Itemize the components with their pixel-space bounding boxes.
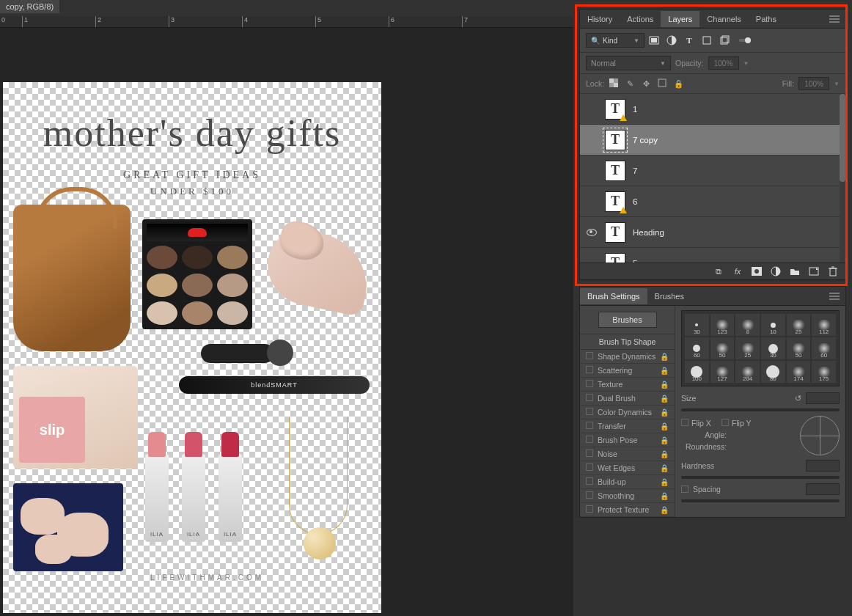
size-input[interactable] xyxy=(806,392,840,404)
layer-thumbnail[interactable]: T xyxy=(605,161,625,181)
layer-row[interactable]: T7 xyxy=(580,155,845,186)
lock-icon[interactable]: 🔒 xyxy=(660,422,669,430)
brush-preset[interactable]: 123 xyxy=(710,314,735,336)
brush-option-row[interactable]: Dual Brush🔒 xyxy=(580,392,675,406)
layer-name-label[interactable]: 6 xyxy=(633,197,637,206)
tab-brushes[interactable]: Brushes xyxy=(647,288,691,304)
scrollbar-thumb[interactable] xyxy=(840,94,845,182)
link-layers-icon[interactable]: ⧉ xyxy=(713,266,724,276)
canvas-viewport[interactable]: mother's day gifts GREAT GIFT IDEAS UNDE… xyxy=(0,28,573,616)
option-checkbox[interactable] xyxy=(586,366,593,373)
layer-fx-icon[interactable]: fx xyxy=(732,266,743,276)
lock-transparency-icon[interactable] xyxy=(609,78,619,89)
size-slider[interactable] xyxy=(681,408,840,411)
brush-preset[interactable]: 100 xyxy=(685,361,709,383)
brush-option-row[interactable]: Transfer🔒 xyxy=(580,419,675,433)
brush-preset[interactable]: 25 xyxy=(735,337,760,359)
layer-name-label[interactable]: Heading xyxy=(633,228,664,237)
lock-icon[interactable]: 🔒 xyxy=(660,381,669,389)
spacing-input[interactable] xyxy=(806,483,840,495)
opacity-input[interactable]: 100% xyxy=(708,56,739,70)
tab-actions[interactable]: Actions xyxy=(620,11,661,27)
lock-icon[interactable]: 🔒 xyxy=(660,367,669,375)
brush-preset[interactable]: 8 xyxy=(735,314,760,336)
lock-icon[interactable]: 🔒 xyxy=(660,353,669,361)
hardness-slider[interactable] xyxy=(681,476,840,479)
layer-thumbnail[interactable]: T xyxy=(605,99,625,120)
layer-thumbnail[interactable]: T xyxy=(605,191,625,212)
document-canvas[interactable]: mother's day gifts GREAT GIFT IDEAS UNDE… xyxy=(3,82,381,613)
option-checkbox[interactable] xyxy=(586,436,593,443)
brush-option-row[interactable]: Texture🔒 xyxy=(580,378,675,392)
option-checkbox[interactable] xyxy=(586,380,593,387)
tab-channels[interactable]: Channels xyxy=(699,11,748,27)
layer-visibility-toggle[interactable] xyxy=(586,134,598,146)
layer-name-label[interactable]: 1 xyxy=(633,105,637,114)
brush-option-row[interactable]: Color Dynamics🔒 xyxy=(580,406,675,419)
brush-tip-shape-header[interactable]: Brush Tip Shape xyxy=(580,334,675,350)
layer-filter-kind-dropdown[interactable]: 🔍 Kind ▼ xyxy=(586,33,644,48)
new-group-icon[interactable] xyxy=(790,266,800,276)
option-checkbox[interactable] xyxy=(586,463,593,471)
new-layer-icon[interactable] xyxy=(809,266,819,276)
lock-icon[interactable]: 🔒 xyxy=(660,395,669,403)
lock-pixels-icon[interactable]: ✎ xyxy=(625,79,635,88)
brush-preset[interactable]: 50 xyxy=(710,337,735,359)
chevron-down-icon[interactable]: ▼ xyxy=(743,60,749,67)
panel-menu-icon[interactable] xyxy=(823,15,845,23)
brush-option-row[interactable]: Smoothing🔒 xyxy=(580,489,675,503)
brush-preset[interactable]: 112 xyxy=(812,314,836,336)
brush-preset[interactable]: 60 xyxy=(812,337,836,359)
layer-visibility-toggle[interactable] xyxy=(586,227,598,238)
option-checkbox[interactable] xyxy=(586,408,593,415)
brush-preset-grid[interactable]: 3012381025112605025305060100127284801741… xyxy=(681,310,840,386)
option-checkbox[interactable] xyxy=(586,422,593,429)
brushes-preset-button[interactable]: Brushes xyxy=(598,312,657,328)
lock-icon[interactable]: 🔒 xyxy=(660,464,669,472)
brush-option-row[interactable]: Build-up🔒 xyxy=(580,475,675,489)
brush-preset[interactable]: 30 xyxy=(685,314,709,336)
new-adjustment-icon[interactable] xyxy=(771,266,781,276)
option-checkbox[interactable] xyxy=(586,491,593,499)
angle-dial[interactable] xyxy=(800,416,840,455)
brush-option-row[interactable]: Scattering🔒 xyxy=(580,364,675,378)
brush-option-row[interactable]: Protect Texture🔒 xyxy=(580,503,675,517)
filter-smartobject-icon[interactable] xyxy=(719,35,730,45)
filter-type-icon[interactable]: T xyxy=(684,35,694,45)
spacing-slider[interactable] xyxy=(681,499,840,502)
brush-preset[interactable]: 10 xyxy=(761,314,785,336)
layer-visibility-toggle[interactable] xyxy=(586,165,598,177)
layer-row[interactable]: T1 xyxy=(580,94,845,125)
filter-shape-icon[interactable] xyxy=(702,35,712,45)
layers-scrollbar[interactable] xyxy=(840,94,845,263)
lock-icon[interactable]: 🔒 xyxy=(660,478,669,486)
brush-preset[interactable]: 50 xyxy=(787,337,811,359)
chevron-down-icon[interactable]: ▼ xyxy=(834,81,840,87)
brush-preset[interactable]: 25 xyxy=(787,314,811,336)
brush-preset[interactable]: 284 xyxy=(735,361,760,383)
option-checkbox[interactable] xyxy=(586,477,593,485)
tab-brush-settings[interactable]: Brush Settings xyxy=(580,288,647,304)
brush-preset[interactable]: 60 xyxy=(685,337,709,359)
option-checkbox[interactable] xyxy=(586,450,593,457)
lock-icon[interactable]: 🔒 xyxy=(660,450,669,458)
tab-history[interactable]: History xyxy=(580,11,620,27)
brush-preset[interactable]: 174 xyxy=(787,361,811,383)
layer-row[interactable]: THeading xyxy=(580,217,845,248)
add-mask-icon[interactable] xyxy=(752,266,762,276)
layer-row[interactable]: T7 copy xyxy=(580,125,845,155)
brush-option-row[interactable]: Noise🔒 xyxy=(580,447,675,461)
filter-adjustment-icon[interactable] xyxy=(666,35,677,45)
brush-preset[interactable]: 127 xyxy=(710,361,735,383)
layer-row[interactable]: T6 xyxy=(580,186,845,217)
brush-option-row[interactable]: Brush Pose🔒 xyxy=(580,433,675,447)
brush-option-row[interactable]: Shape Dynamics🔒 xyxy=(580,350,675,364)
layer-visibility-toggle[interactable] xyxy=(586,257,598,263)
delete-layer-icon[interactable] xyxy=(828,266,838,276)
filter-pixel-icon[interactable] xyxy=(649,35,659,45)
option-checkbox[interactable] xyxy=(586,394,593,401)
lock-icon[interactable]: 🔒 xyxy=(660,492,669,500)
layer-name-label[interactable]: 7 copy xyxy=(633,136,658,144)
document-tab[interactable]: copy, RGB/8) xyxy=(0,1,59,12)
brush-option-row[interactable]: Wet Edges🔒 xyxy=(580,461,675,475)
